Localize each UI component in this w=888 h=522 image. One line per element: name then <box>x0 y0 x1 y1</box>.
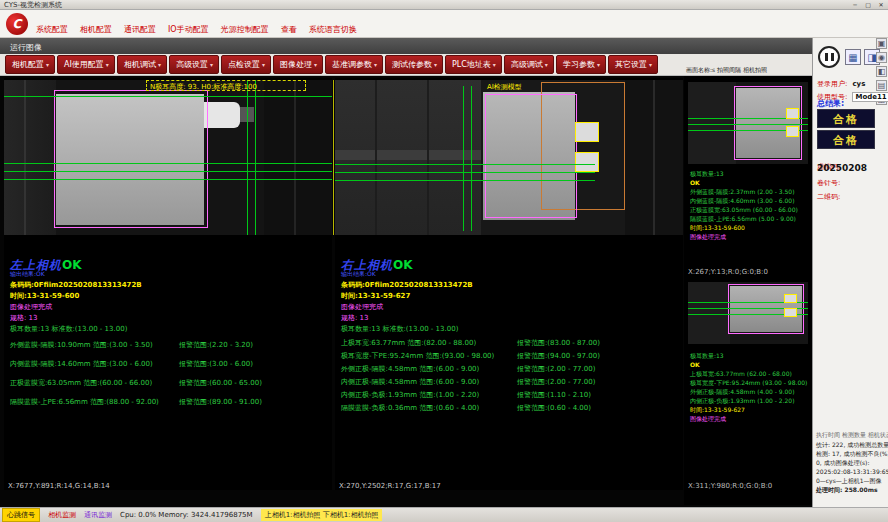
measurement-value: 外侧蓝膜-隔膜:10.90mm 范围:(3.00 - 3.50) <box>10 340 153 350</box>
chevron-down-icon: ▾ <box>545 61 548 68</box>
camera-view-icon[interactable]: ▦ <box>845 49 861 65</box>
button-label: 相机调试 <box>124 59 156 70</box>
overlay-line-vertical <box>471 86 472 231</box>
preview2-image[interactable] <box>688 282 808 344</box>
image-process-button[interactable]: 图像处理▾ <box>273 55 323 74</box>
detection-roi-outline <box>54 90 208 228</box>
chevron-down-icon: ▾ <box>597 61 600 68</box>
pause-icon <box>825 53 828 61</box>
other-settings-button[interactable]: 其它设置▾ <box>608 55 658 74</box>
process-done-label: 图像处理完成 <box>10 302 52 312</box>
total-result-label: 总结果: <box>817 98 844 109</box>
camera-debug-button[interactable]: 相机调试▾ <box>117 55 167 74</box>
chevron-down-icon: ▾ <box>493 61 496 68</box>
alarm-range-value: 报警范围:(1.10 - 2.10) <box>517 390 591 400</box>
button-label: 点检设置 <box>228 59 260 70</box>
run-tab-row: 运行图像 <box>0 38 812 54</box>
stats-line: 2025:02:08-13:31:39:65 <box>816 467 888 476</box>
menu-io-manual-config[interactable]: IO手动配置 <box>168 24 209 35</box>
test-params-button[interactable]: 测试传参数▾ <box>385 55 443 74</box>
button-label: AI使用配置 <box>64 59 104 70</box>
menu-language-switch[interactable]: 系统语言切换 <box>309 24 357 35</box>
tab-count-label: 极耳数量:13 标准数:(13.00 - 13.00) <box>341 324 458 334</box>
detection-roi-outline <box>734 86 802 160</box>
tab-highlight-box <box>575 122 599 142</box>
camera2-overlay-text: AI检测模型 <box>487 82 522 92</box>
overlay-line-vertical <box>463 86 464 231</box>
measurement-value: 隔膜蓝膜-负极:0.36mm 范围:(0.60 - 4.00) <box>341 403 479 413</box>
button-label: PLC地址表 <box>452 59 491 70</box>
detection-roi-outline <box>485 94 577 218</box>
learning-params-button[interactable]: 学习参数▾ <box>556 55 606 74</box>
result-ok-label: OK <box>62 258 82 272</box>
model-select[interactable]: Mode11 <box>852 92 888 102</box>
menu-system-config[interactable]: 系统配置 <box>36 24 68 35</box>
time-label: 时间:13-31-59-600 <box>10 291 79 301</box>
preview-line: 内侧正极-负极:1.93mm (1.00 - 2.20) <box>690 397 807 404</box>
machinery-left <box>688 82 736 164</box>
spot-check-button[interactable]: 点检设置▾ <box>221 55 271 74</box>
alarm-range-value: 报警范围:(2.20 - 3.20) <box>179 340 253 350</box>
pause-icon <box>831 53 834 61</box>
camera2-cursor-status: X:270,Y:2502;R:17,G:17,B:17 <box>339 482 441 490</box>
chevron-down-icon: ▾ <box>210 61 213 68</box>
preview-ok-line: OK <box>690 179 798 186</box>
tool-icon[interactable]: ◉ <box>876 52 887 63</box>
tab-run-image[interactable]: 运行图像 <box>10 42 42 53</box>
machinery-seam <box>24 80 26 235</box>
overlay-line <box>335 164 595 165</box>
status-bar: 心跳信号 相机监测 通讯监测 Cpu: 0.0% Memory: 3424.41… <box>0 507 888 522</box>
camera2-image[interactable]: AI检测模型 <box>335 80 683 235</box>
output-result-label: 输出结果:OK <box>10 270 45 279</box>
camera1-image[interactable]: N极耳高度: 93. H0:标准高度:100 <box>4 80 332 235</box>
tool-icon[interactable]: ▣ <box>876 38 887 49</box>
heartbeat-indicator: 心跳信号 <box>2 508 40 522</box>
pause-button[interactable] <box>818 46 840 68</box>
result-box-1: 合格 <box>817 109 875 128</box>
image-divider <box>333 80 334 235</box>
close-icon[interactable]: ✕ <box>876 1 886 9</box>
preview1-image[interactable] <box>688 82 808 164</box>
button-label: 学习参数 <box>563 59 595 70</box>
plc-address-button[interactable]: PLC地址表▾ <box>445 55 502 74</box>
spec-label: 规格: 13 <box>341 313 369 323</box>
preview-line: 图像处理完成 <box>690 415 807 422</box>
ai-config-button[interactable]: AI使用配置▾ <box>57 55 115 74</box>
overlay-line <box>4 163 332 164</box>
machinery-right <box>264 80 332 235</box>
menu-comm-config[interactable]: 通讯配置 <box>124 24 156 35</box>
app-logo: C <box>6 13 28 35</box>
machinery-band <box>335 150 481 160</box>
tool-icon[interactable]: ◧ <box>876 66 887 77</box>
button-label: 其它设置 <box>615 59 647 70</box>
advanced-settings-button[interactable]: 高级设置▾ <box>169 55 219 74</box>
chevron-down-icon: ▾ <box>158 61 161 68</box>
tab-highlight-box <box>784 294 797 303</box>
preview-line: 外侧正极-隔膜:4.58mm (4.00 - 9.00) <box>690 388 807 395</box>
camera-config-button[interactable]: 相机配置▾ <box>5 55 55 74</box>
chevron-down-icon: ▾ <box>434 61 437 68</box>
minimize-icon[interactable]: ─ <box>850 1 860 9</box>
process-time-line: 处理时间: 258.00ms <box>816 485 888 494</box>
overlay-line <box>4 96 332 97</box>
title-bar: CYS-视觉检测系统 ─ ▢ ✕ <box>0 0 888 10</box>
preview-line: 极耳数量:13 <box>690 170 798 177</box>
baseline-params-button[interactable]: 基准调参数▾ <box>325 55 383 74</box>
result-box-2: 合格 <box>817 130 875 149</box>
camera2-panel: AI检测模型 右上相机OK 输出结果:OK 条码码:0Ffiim20250208… <box>335 78 683 490</box>
preview-line: 外侧蓝膜-隔膜:2.37mm (2.00 - 3.50) <box>690 188 798 195</box>
button-label: 测试传参数 <box>392 59 432 70</box>
button-label: 基准调参数 <box>332 59 372 70</box>
menu-view[interactable]: 查看 <box>281 24 297 35</box>
chevron-down-icon: ▾ <box>649 61 652 68</box>
chevron-down-icon: ▾ <box>374 61 377 68</box>
barcode-label: 条码码:0Ffiim2025020813313472B <box>341 280 473 290</box>
preview-column: 极耳数量:13 OK 外侧蓝膜-隔膜:2.37mm (2.00 - 3.50) … <box>684 76 812 505</box>
menu-light-control-config[interactable]: 光源控制配置 <box>221 24 269 35</box>
alarm-range-value: 报警范围:(60.00 - 65.00) <box>179 378 262 388</box>
maximize-icon[interactable]: ▢ <box>863 1 873 9</box>
menu-camera-config[interactable]: 相机配置 <box>80 24 112 35</box>
preview-line: 上极耳宽:63.77mm (62.00 - 68.00) <box>690 370 807 377</box>
preview-line: 时间:13-31-59-600 <box>690 224 798 231</box>
advanced-debug-button[interactable]: 高级调试▾ <box>504 55 554 74</box>
